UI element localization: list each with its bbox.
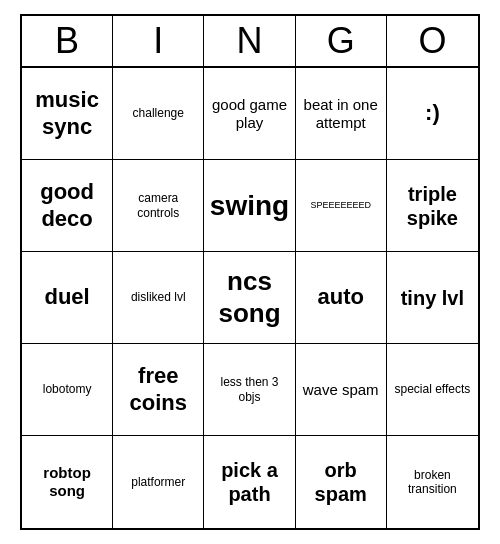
cell-10: duel	[22, 252, 113, 344]
header-o: O	[387, 16, 478, 66]
cell-20: robtop song	[22, 436, 113, 528]
cell-23: orb spam	[296, 436, 387, 528]
cell-7: swing	[204, 160, 295, 252]
cell-12: ncs song	[204, 252, 295, 344]
cell-19: special effects	[387, 344, 478, 436]
cell-2: good game play	[204, 68, 295, 160]
cell-24: broken transition	[387, 436, 478, 528]
bingo-header: B I N G O	[22, 16, 478, 68]
header-g: G	[296, 16, 387, 66]
cell-4: :)	[387, 68, 478, 160]
header-n: N	[204, 16, 295, 66]
cell-3: beat in one attempt	[296, 68, 387, 160]
bingo-board: B I N G O music sync challenge good game…	[20, 14, 480, 530]
header-b: B	[22, 16, 113, 66]
cell-8: SPEEEEEEED	[296, 160, 387, 252]
cell-14: tiny lvl	[387, 252, 478, 344]
bingo-grid: music sync challenge good game play beat…	[22, 68, 478, 528]
cell-15: lobotomy	[22, 344, 113, 436]
cell-13: auto	[296, 252, 387, 344]
header-i: I	[113, 16, 204, 66]
cell-18: wave spam	[296, 344, 387, 436]
cell-11: disliked lvl	[113, 252, 204, 344]
cell-9: triple spike	[387, 160, 478, 252]
cell-1: challenge	[113, 68, 204, 160]
cell-17: less then 3 objs	[204, 344, 295, 436]
cell-0: music sync	[22, 68, 113, 160]
cell-5: good deco	[22, 160, 113, 252]
cell-16: free coins	[113, 344, 204, 436]
cell-6: camera controls	[113, 160, 204, 252]
cell-21: platformer	[113, 436, 204, 528]
cell-22: pick a path	[204, 436, 295, 528]
